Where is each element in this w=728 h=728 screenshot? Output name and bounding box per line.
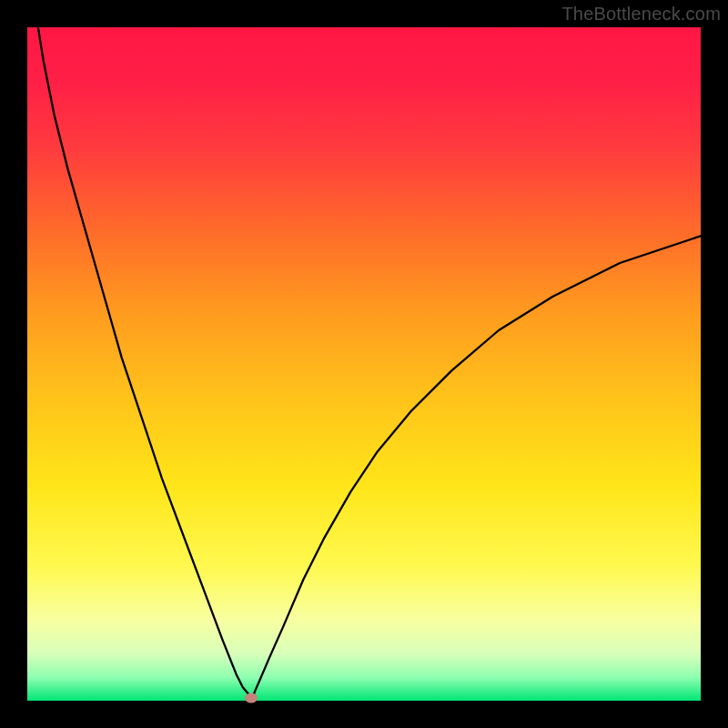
- bottleneck-curve: [27, 27, 701, 701]
- minimum-bottleneck-marker: [245, 693, 258, 703]
- plot-frame: [27, 27, 701, 701]
- attribution-watermark: TheBottleneck.com: [561, 4, 721, 25]
